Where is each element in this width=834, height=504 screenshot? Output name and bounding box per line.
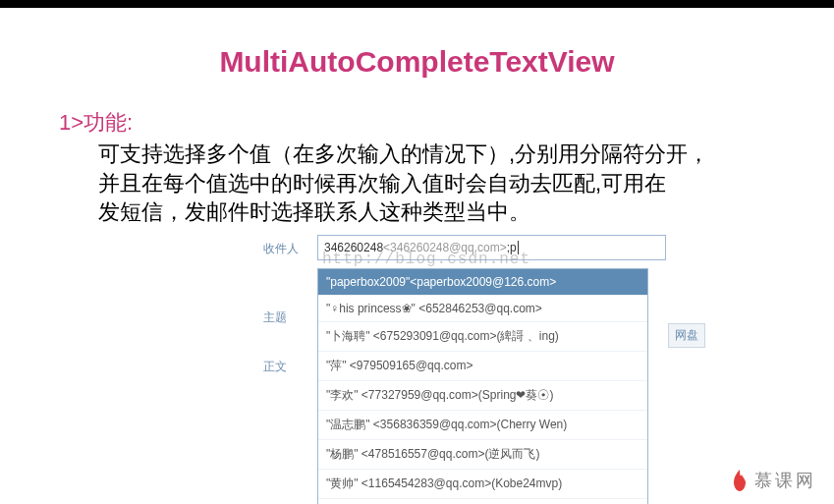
entered-name: 346260248 [324, 241, 383, 254]
demo-screenshot: http://blog.csdn.net 收件人 346260248<34626… [263, 235, 666, 504]
dropdown-item[interactable]: "李欢" <77327959@qq.com>(Spring❤葵☉) [318, 381, 647, 411]
dropdown-item[interactable]: "♀his princess❀" <652846253@qq.com> [318, 296, 647, 322]
brand-text: 慕课网 [754, 469, 816, 492]
dropdown-item[interactable]: "温志鹏" <356836359@qq.com>(Cherry Wen) [318, 411, 647, 440]
recipient-row: 收件人 346260248<346260248@qq.com>; p [263, 235, 666, 260]
text-cursor [518, 241, 519, 254]
window-top-bar [0, 0, 834, 8]
section-body-line: 并且在每个值选中的时候再次输入值时会自动去匹配,可用在 [98, 169, 834, 198]
dropdown-item[interactable]: "卜海聘" <675293091@qq.com>(綼謌 、ing) [318, 322, 647, 352]
section-body: 可支持选择多个值（在多次输入的情况下）,分别用分隔符分开， 并且在每个值选中的时… [98, 140, 834, 227]
dropdown-item[interactable]: "黄帅" <1165454283@qq.com>(Kobe24mvp) [318, 470, 647, 499]
dropdown-item[interactable]: "杨鹏" <478516557@qq.com>(逆风而飞) [318, 440, 647, 470]
dropdown-item[interactable]: "萍" <979509165@qq.com> [318, 352, 647, 381]
dropdown-item-selected[interactable]: "paperbox2009"<paperbox2009@126.com> [318, 269, 647, 296]
netdisk-button[interactable]: 网盘 [668, 323, 705, 348]
body-label: 正文 [263, 353, 317, 375]
dropdown-item[interactable]: "萍姐" <122301412@qq.com>(树萍) [318, 499, 647, 504]
subject-label: 主题 [263, 304, 317, 326]
section-body-line: 可支持选择多个值（在多次输入的情况下）,分别用分隔符分开， [98, 140, 834, 169]
section-heading: 1>功能: [59, 108, 834, 138]
recipient-label: 收件人 [263, 235, 317, 257]
section-body-line: 发短信，发邮件时选择联系人这种类型当中。 [98, 197, 834, 227]
section-functionality: 1>功能: 可支持选择多个值（在多次输入的情况下）,分别用分隔符分开， 并且在每… [0, 108, 834, 227]
page-title: MultiAutoCompleteTextView [0, 45, 834, 79]
partial-input: p [510, 241, 517, 254]
entered-addr: <346260248@qq.com> [383, 241, 507, 254]
brand-logo: 慕课网 [730, 469, 816, 492]
recipient-input[interactable]: 346260248<346260248@qq.com>; p [317, 235, 666, 260]
flame-icon [730, 470, 750, 491]
autocomplete-dropdown: "paperbox2009"<paperbox2009@126.com> "♀h… [317, 268, 648, 504]
